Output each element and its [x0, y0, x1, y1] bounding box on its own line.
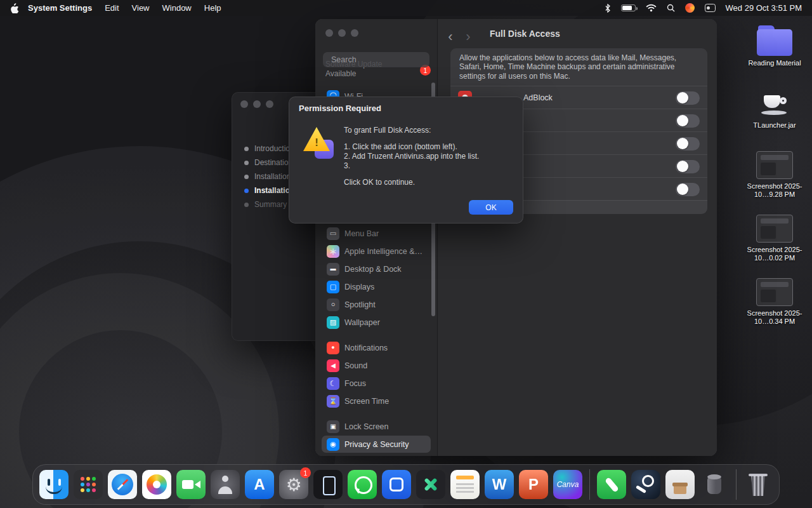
- menu-bar-clock[interactable]: Wed 29 Oct 3:51 PM: [726, 3, 802, 13]
- sidebar-item-label: Displays: [344, 283, 374, 291]
- sidebar-item-lock-screen[interactable]: Lock Screen: [322, 418, 431, 435]
- dock: A ⚙ 1 W P Canva: [32, 464, 780, 505]
- menu-bar-icon: [327, 227, 339, 240]
- dock-package-installer-icon[interactable]: [665, 470, 695, 499]
- minimize-icon[interactable]: [338, 29, 346, 37]
- dock-app-store-icon[interactable]: A: [245, 470, 274, 499]
- sidebar-item-privacy-security[interactable]: Privacy & Security: [322, 436, 431, 453]
- dock-notes-icon[interactable]: [450, 470, 480, 499]
- dock-whatsapp-icon[interactable]: [348, 470, 377, 499]
- sidebar-item-sound[interactable]: Sound: [322, 357, 431, 374]
- menu-help[interactable]: Help: [204, 3, 221, 13]
- wifi-icon[interactable]: [646, 4, 657, 12]
- back-button[interactable]: ‹: [443, 29, 458, 44]
- screenshot-thumbnail-icon: [756, 278, 793, 306]
- dialog-title: Permission Required: [299, 104, 381, 113]
- menu-view[interactable]: View: [132, 3, 150, 13]
- dock-antivirus-installer-icon[interactable]: [382, 470, 411, 499]
- sidebar-item-spotlight[interactable]: Spotlight: [322, 296, 431, 313]
- sidebar-item-label: Focus: [344, 379, 366, 388]
- dialog-text: Click OK to continue.: [344, 178, 514, 187]
- desktop-icon-screenshot-1[interactable]: Screenshot 2025-10…9.28 PM: [743, 151, 806, 199]
- toggle-switch[interactable]: [676, 114, 700, 128]
- spotlight-icon: [327, 298, 339, 311]
- close-icon[interactable]: [325, 29, 333, 37]
- ok-button[interactable]: OK: [469, 200, 513, 215]
- focus-icon: [327, 377, 339, 390]
- dock-photos-icon[interactable]: [142, 470, 171, 499]
- dock-iphone-mirroring-icon[interactable]: [313, 470, 343, 499]
- dock-word-icon[interactable]: W: [485, 470, 514, 499]
- bluetooth-icon[interactable]: [605, 4, 611, 13]
- control-center-icon[interactable]: [705, 4, 716, 12]
- search-field[interactable]: [323, 52, 429, 67]
- system-settings-window: Software Update Available 1 Wi-Fi: [315, 19, 717, 456]
- desktop-icon-label: Screenshot 2025-10…0.34 PM: [743, 309, 806, 326]
- dock-powerpoint-icon[interactable]: P: [519, 470, 548, 499]
- menu-window[interactable]: Window: [162, 3, 192, 13]
- dock-system-settings-icon[interactable]: ⚙ 1: [279, 470, 308, 499]
- settings-sidebar: Software Update Available 1 Wi-Fi: [315, 19, 438, 456]
- sidebar-item-wallpaper[interactable]: Wallpaper: [322, 314, 431, 331]
- desktop-icon-label: Screenshot 2025-10…0.02 PM: [743, 246, 806, 262]
- dock-video-camera-app-icon[interactable]: [176, 470, 206, 499]
- toggle-switch[interactable]: [676, 91, 700, 105]
- dock-launchpad-icon[interactable]: [74, 470, 103, 499]
- sidebar-item-label: Sound: [344, 361, 367, 370]
- zoom-icon[interactable]: [351, 29, 358, 37]
- menu-edit[interactable]: Edit: [105, 3, 119, 13]
- app-menu[interactable]: System Settings: [28, 3, 92, 13]
- close-icon[interactable]: [240, 100, 248, 108]
- toggle-switch[interactable]: [676, 183, 700, 196]
- desktop-icon-reading-material[interactable]: Reading Material: [743, 25, 806, 67]
- sidebar-item-displays[interactable]: Displays: [322, 278, 431, 295]
- minimize-icon[interactable]: [253, 100, 261, 108]
- sidebar-item-label: Menu Bar: [344, 229, 379, 238]
- battery-icon[interactable]: [621, 4, 636, 11]
- forward-button[interactable]: ›: [461, 29, 476, 44]
- sidebar-item-focus[interactable]: Focus: [322, 375, 431, 392]
- step-bullet-icon: [244, 161, 249, 165]
- toggle-switch[interactable]: [676, 137, 700, 150]
- dock-pinwheel-app-icon[interactable]: [416, 470, 445, 499]
- search-input[interactable]: [331, 55, 433, 64]
- sidebar-item-desktop-dock[interactable]: Desktop & Dock: [322, 260, 431, 277]
- desktop-icon-label: Screenshot 2025-10…9.28 PM: [743, 182, 806, 199]
- description-text: Allow the applications below to access d…: [450, 48, 707, 86]
- step-label: Installation: [254, 172, 291, 181]
- installer-step-destination: Destination: [244, 156, 294, 170]
- sidebar-item-label: Apple Intelligence &…: [344, 247, 422, 256]
- displays-icon: [327, 281, 339, 293]
- dock-safari-icon[interactable]: [108, 470, 137, 499]
- desktop-icon-screenshot-3[interactable]: Screenshot 2025-10…0.34 PM: [743, 278, 806, 326]
- dock-contacts-icon[interactable]: [211, 470, 240, 499]
- desktop-icon-tlauncher-jar[interactable]: TLauncher.jar: [743, 89, 806, 130]
- spotlight-search-icon[interactable]: [667, 4, 675, 12]
- sidebar-item-label: Screen Time: [344, 397, 389, 406]
- sidebar-item-screen-time[interactable]: Screen Time: [322, 392, 431, 410]
- dialog-step-2: 2. Add Truzent Antivirus.app into the li…: [344, 152, 514, 161]
- sidebar-item-notifications[interactable]: Notifications: [322, 339, 431, 356]
- dock-trash-icon[interactable]: [743, 470, 773, 499]
- desktop-icon-screenshot-2[interactable]: Screenshot 2025-10…0.02 PM: [743, 215, 806, 262]
- screenshot-thumbnail-icon: [756, 151, 793, 179]
- toggle-switch[interactable]: [676, 160, 700, 173]
- screenshot-thumbnail-icon: [756, 215, 793, 243]
- dock-phone-icon[interactable]: [597, 470, 626, 499]
- sidebar-item-apple-intelligence[interactable]: Apple Intelligence &…: [322, 243, 431, 260]
- dock-steam-icon[interactable]: [631, 470, 660, 499]
- sidebar-item-menu-bar[interactable]: Menu Bar: [322, 225, 431, 242]
- dock-finder-icon[interactable]: [39, 470, 69, 499]
- settings-content-pane: ‹ › Full Disk Access Allow the applicati…: [438, 19, 717, 456]
- sidebar-items: Menu Bar Apple Intelligence &… Desktop &…: [322, 225, 431, 453]
- status-app-icon[interactable]: [685, 3, 695, 13]
- dock-divider: [736, 469, 737, 500]
- sound-icon: [327, 359, 339, 372]
- apple-intelligence-icon: [327, 245, 339, 258]
- step-bullet-icon: [244, 175, 249, 179]
- desktop-icon-label: Reading Material: [743, 59, 806, 67]
- dock-canva-icon[interactable]: Canva: [553, 470, 582, 499]
- zoom-icon[interactable]: [266, 100, 273, 108]
- apple-menu-icon[interactable]: [10, 3, 19, 13]
- dock-jar-archive-icon[interactable]: [700, 470, 729, 499]
